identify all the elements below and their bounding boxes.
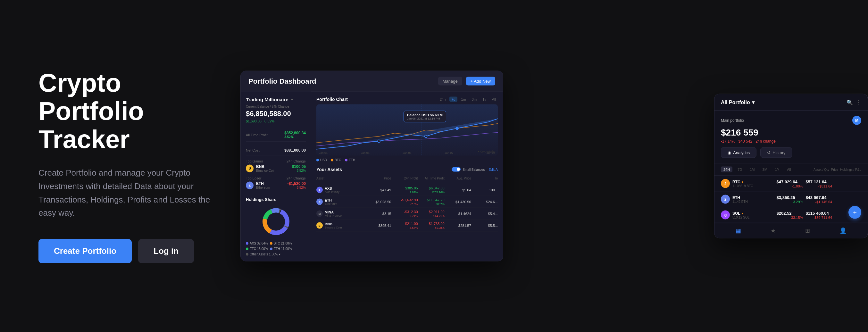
all-time-profit-row: All Time Profit $852,800.34 3.52% — [246, 128, 306, 142]
legend-btc-chart: BTC — [331, 158, 341, 162]
pp-time-1y[interactable]: 1Y — [773, 167, 782, 172]
bnb-icon-table: B — [316, 223, 323, 229]
pp-time-all[interactable]: All — [784, 167, 793, 172]
btc-panel-price: $47,029.64 — [777, 179, 803, 184]
sol-panel-change: -33.15% — [777, 215, 803, 219]
btc-dot — [270, 242, 273, 244]
axs-name: AXS — [325, 187, 339, 190]
assets-header: Your Assets Small Balances Edit A — [316, 167, 498, 172]
hero-description: Create Portfolio and manage your Crypto … — [38, 166, 224, 220]
time-btn-7d[interactable]: 7d — [450, 97, 457, 102]
legend-axs: AXS 32.64% — [246, 242, 268, 245]
eth-panel-name: ETH — [733, 195, 740, 200]
top-loser-24h-label: 24h Change — [286, 176, 306, 180]
sol-panel-name: SOL — [733, 211, 740, 215]
nav-chart-icon[interactable]: ▦ — [736, 227, 741, 234]
search-icon[interactable]: 🔍 — [846, 99, 853, 105]
balance-amount: $6,850,588.00 — [246, 109, 306, 118]
mina-name: MINA — [325, 210, 342, 214]
add-new-button[interactable]: + Add New — [466, 77, 495, 86]
chart-tooltip: Balance USD $6.69 M Jan 06, 2021 at 12:1… — [404, 111, 446, 123]
holdings-legend: AXS 32.64% BTC 21.00% ETC 15.00% ET — [246, 242, 306, 256]
portfolio-panel-title: All Portfolio ▾ — [721, 99, 754, 105]
portfolio-panel: All Portfolio ▾ 🔍 ⋮ Main portfolio M $21… — [714, 94, 868, 238]
nav-briefcase-icon[interactable]: ⊞ — [805, 227, 810, 234]
portfolio-chart: Balance USD $6.69 M Jan 06, 2021 at 12:1… — [316, 104, 498, 156]
panel-asset-row: ₿ BTC ● 1.105619 BTC $47,029.64 -1.00% $… — [714, 176, 868, 192]
fab-button[interactable]: + — [848, 206, 861, 219]
top-gainer-section: Top Gainer 24h Change B BNB $100.05 Bina… — [246, 159, 306, 172]
gainer-sub: Binance Coin — [256, 169, 275, 172]
eth-panel-pnl: -$1 145.64 — [806, 200, 832, 203]
portfolio-amount: $216 559 — [721, 128, 861, 138]
svg-point-7 — [425, 135, 427, 138]
pp-time-24h[interactable]: 24H — [721, 167, 733, 172]
time-btn-1m[interactable]: 1m — [459, 97, 468, 102]
net-cost-label: Net Cost — [246, 148, 260, 152]
bnb-sub: Binance Coin — [325, 226, 342, 229]
axs-dot — [246, 242, 248, 244]
tab-analytics[interactable]: ◉ Analytics — [721, 147, 756, 158]
time-btn-24h[interactable]: 24h — [438, 97, 447, 102]
main-dashboard-window: Portfolio Dashboard Manage + Add New Tra… — [240, 71, 503, 262]
panel-asset-row: ◎ SOL ● 510.12 SOL $202.52 -33.15% $115 … — [714, 207, 868, 223]
sol-panel-holdings: $115 460.64 — [806, 210, 832, 215]
toggle-switch[interactable] — [452, 167, 461, 172]
top-gainer-asset: B BNB $100.05 Binance Coin 3.52% — [246, 164, 306, 172]
create-portfolio-button[interactable]: Create Portfolio — [38, 239, 132, 263]
small-balances-toggle[interactable]: Small Balances — [452, 167, 485, 172]
th-all-time-profit: All Time Profit — [421, 176, 444, 180]
pp-time-1m[interactable]: 1M — [747, 167, 757, 172]
bnb-holdings: $5.5... — [474, 224, 498, 228]
time-btn-all[interactable]: All — [490, 97, 498, 102]
eth-icon-table: Ξ — [316, 199, 323, 205]
eth-icon: Ξ — [246, 181, 253, 189]
assets-section: Your Assets Small Balances Edit A Asset … — [316, 167, 498, 232]
edit-button[interactable]: Edit A — [489, 168, 498, 171]
table-row: A AXS Axie Infinity $47.49 $385.852.82% … — [316, 184, 498, 196]
more-options-icon[interactable]: ⋮ — [856, 99, 861, 105]
header-actions: Manage + Add New — [438, 77, 495, 86]
th-24h-profit: 24h Profit — [394, 176, 417, 180]
eth-panel-change: 3.29% — [777, 200, 803, 203]
chart-section: Portfolio Chart 24h 7d 1m 3m 1y All — [316, 97, 498, 162]
eth-holdings: $24.6... — [474, 200, 498, 204]
th-asset: Asset — [316, 176, 365, 180]
pp-time-7d[interactable]: 7D — [735, 167, 745, 172]
loser-price: -$1,520.00 — [287, 181, 306, 186]
mina-24h: -$312.30-2.71% — [394, 210, 417, 218]
time-btn-3m[interactable]: 3m — [470, 97, 478, 102]
dashboard-header: Portfolio Dashboard Manage + Add New — [241, 71, 503, 92]
tab-history[interactable]: ↺ History — [760, 147, 792, 158]
dashboard-sidebar: Trading Millionaire ▾ Current Balance / … — [241, 92, 311, 261]
net-cost-value: $381,000.00 — [284, 148, 306, 153]
balance-label: Current Balance / 24h Change — [246, 105, 306, 108]
sol-panel-price: $202.52 — [777, 210, 803, 215]
loser-sub: Ethereum — [256, 186, 270, 189]
pp-time-3m[interactable]: 3M — [760, 167, 770, 172]
time-btn-1y[interactable]: 1y — [480, 97, 488, 102]
legend-eth-chart: ETH — [345, 158, 355, 162]
panel-time-filters: 24H 7D 1M 3M 1Y All — [721, 167, 794, 172]
eth-dot — [270, 247, 273, 250]
nav-user-icon[interactable]: 👤 — [839, 227, 846, 234]
holdings-section: Holdings Share — [246, 193, 306, 256]
th-holdings: Ho — [474, 176, 498, 180]
holdings-donut-chart — [260, 206, 292, 238]
manage-button[interactable]: Manage — [438, 77, 462, 86]
btc-star-icon: ● — [742, 180, 744, 184]
balance-change: $1,690.03 8.52% — [246, 119, 306, 123]
chart-time-filters: 24h 7d 1m 3m 1y All — [438, 97, 498, 102]
login-button[interactable]: Log in — [138, 239, 194, 263]
atp-value: $852,800.34 — [284, 131, 306, 135]
panel-col-headers: Asset / Qty Price Holdings / P&L — [813, 168, 861, 171]
bnb-asset: B BNB Binance Coin — [316, 222, 365, 229]
chart-legend: USD BTC ETH — [316, 158, 498, 162]
btc-panel-holdings: $57 131.64 — [806, 179, 832, 184]
panel-time-row: 24H 7D 1M 3M 1Y All Asset / Qty Price Ho… — [714, 163, 868, 176]
top-loser-asset: Ξ ETH -$1,520.00 Ethereum -3.52% — [246, 181, 306, 189]
btc-panel-change: -1.00% — [777, 184, 803, 188]
nav-star-icon[interactable]: ★ — [771, 227, 776, 234]
eth-sub: Ethereum — [325, 202, 337, 205]
bnb-24h: -$211.00-3.57% — [394, 222, 417, 229]
